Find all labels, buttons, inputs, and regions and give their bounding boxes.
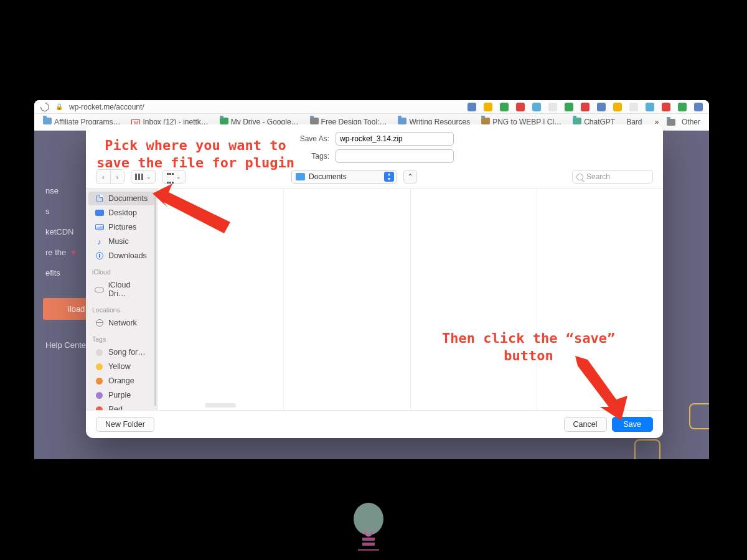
music-icon: ♪: [95, 238, 104, 246]
tag-dot-icon: [96, 406, 103, 411]
sidebar-item-downloads[interactable]: Downloads: [88, 249, 154, 263]
bookmarks-overflow[interactable]: » Other: [655, 118, 700, 126]
tag-dot-icon: [96, 392, 103, 399]
tag-label: Song for…: [108, 348, 146, 357]
collapse-button[interactable]: ⌃: [403, 170, 417, 184]
sidebar-item-icloud-drive[interactable]: iCloud Dri…: [88, 278, 154, 301]
chevron-down-icon: ⌄: [146, 174, 151, 180]
tag-label: Orange: [108, 376, 134, 385]
tag-label: Red: [108, 405, 123, 410]
downloads-icon: [96, 252, 103, 259]
pictures-icon: [95, 224, 104, 230]
address-bar: 🔒 wp-rocket.me/account/: [34, 100, 709, 114]
svg-rect-6: [362, 538, 375, 541]
saveas-input[interactable]: [336, 132, 454, 146]
sidebar-item-desktop[interactable]: Desktop: [88, 206, 154, 220]
forward-button[interactable]: ›: [110, 170, 124, 184]
location-label: Documents: [309, 172, 347, 181]
sidebar-group-icloud: iCloud: [86, 263, 157, 278]
sidebar-tag-item[interactable]: Red: [88, 403, 154, 410]
columns-icon: [135, 174, 144, 180]
folder-icon: [296, 173, 305, 180]
annotation-arrow-1: [153, 184, 240, 240]
reload-icon[interactable]: [39, 101, 51, 113]
svg-point-5: [354, 503, 383, 535]
location-popup[interactable]: Documents ▴▾: [291, 170, 397, 184]
nav-back-forward: ‹ ›: [96, 169, 125, 184]
svg-rect-8: [358, 549, 379, 551]
back-button[interactable]: ‹: [96, 170, 110, 184]
svg-rect-0: [135, 174, 137, 180]
view-columns-button[interactable]: ⌄: [131, 170, 156, 184]
sidebar-tag-item[interactable]: Orange: [88, 374, 154, 388]
tags-input[interactable]: [336, 149, 454, 163]
network-icon: [96, 319, 103, 327]
search-input[interactable]: Search: [572, 170, 653, 184]
annotation-pick-location: Pick where you want to save the file for…: [96, 137, 294, 171]
tag-dot-icon: [96, 378, 103, 385]
annotation-arrow-2: [573, 356, 641, 424]
search-placeholder: Search: [586, 172, 610, 181]
chevron-down-icon: ⌄: [176, 174, 181, 180]
sidebar-item-documents[interactable]: Documents: [88, 192, 154, 205]
updown-arrows-icon: ▴▾: [384, 172, 394, 182]
saveas-label: Save As:: [295, 134, 329, 143]
sidebar-tag-item[interactable]: Purple: [88, 388, 154, 402]
tag-label: Yellow: [108, 362, 131, 371]
file-column[interactable]: [411, 189, 537, 410]
address-url[interactable]: wp-rocket.me/account/: [69, 103, 144, 111]
svg-marker-3: [153, 184, 230, 233]
svg-rect-1: [138, 174, 140, 180]
svg-marker-4: [575, 356, 627, 421]
document-icon: [96, 195, 103, 202]
lock-icon: 🔒: [55, 103, 63, 110]
sidebar-tag-item[interactable]: Song for…: [88, 345, 154, 359]
sidebar-item-music[interactable]: ♪Music: [88, 235, 154, 248]
extension-icons: [467, 103, 703, 111]
watermark-lightbulb-icon: [345, 502, 392, 555]
finder-sidebar: Documents Desktop Pictures ♪Music Downlo…: [86, 189, 157, 410]
heart-icon: ♥: [71, 248, 76, 257]
svg-rect-7: [362, 543, 375, 546]
search-icon: [576, 174, 583, 180]
view-group-button[interactable]: ⌄: [162, 170, 186, 184]
sidebar-item-network[interactable]: Network: [88, 316, 154, 330]
file-column[interactable]: [284, 189, 410, 410]
desktop-icon: [95, 210, 104, 216]
sidebar-tag-item[interactable]: Yellow: [88, 360, 154, 373]
tag-dot-icon: [96, 363, 103, 370]
new-folder-button[interactable]: New Folder: [96, 417, 154, 432]
sidebar-item-pictures[interactable]: Pictures: [88, 220, 154, 234]
cloud-icon: [95, 287, 104, 292]
tag-dot-icon: [96, 349, 103, 356]
tag-label: Purple: [108, 391, 131, 399]
sidebar-group-locations: Locations: [86, 301, 157, 315]
tags-label: Tags:: [295, 152, 329, 161]
svg-rect-2: [141, 174, 143, 180]
sidebar-group-tags: Tags: [86, 330, 157, 345]
